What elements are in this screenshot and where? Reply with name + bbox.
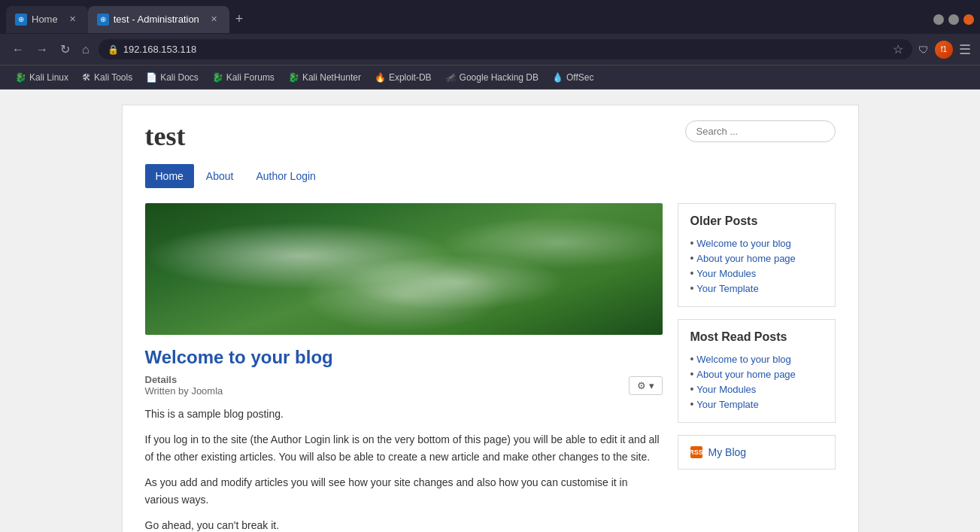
tab-favicon-home: ⊕ [15,14,27,26]
address-input[interactable] [123,44,888,55]
article-title: Welcome to your blog [145,347,663,368]
tab-bar: ⊕ Home ✕ ⊕ test - Administration ✕ + [0,0,980,34]
bookmark-google-hacking-db[interactable]: 🦟 Google Hacking DB [439,70,545,85]
most-read-link-4[interactable]: Your Template [696,399,758,410]
bookmarks-bar: 🐉 Kali Linux 🛠 Kali Tools 📄 Kali Docs 🐉 … [0,65,980,90]
list-item: Your Template [690,397,823,412]
older-posts-box: Older Posts Welcome to your blog About y… [678,203,836,307]
bookmark-kali-nethunter-label: Kali NetHunter [302,72,361,83]
most-read-link-2[interactable]: About your home page [696,369,796,380]
article-paragraph-4: Go ahead, you can't break it. [145,517,663,532]
bookmark-kali-docs[interactable]: 📄 Kali Docs [140,70,205,85]
most-read-title: Most Read Posts [690,330,823,344]
tab-close-admin[interactable]: ✕ [208,14,220,26]
older-post-link-2[interactable]: About your home page [696,253,796,264]
bookmark-kali-linux[interactable]: 🐉 Kali Linux [9,70,74,85]
older-post-link-3[interactable]: Your Modules [696,268,756,279]
blog-container: test Home About Author Login Welcom [122,105,859,532]
offsec-icon: 💧 [552,72,563,83]
bookmark-kali-docs-label: Kali Docs [160,72,199,83]
kali-linux-icon: 🐉 [15,72,26,83]
list-item: Welcome to your blog [690,236,823,251]
article-meta-left: Details Written by Joomla [145,374,223,397]
browser-right-icons: 🛡 f1 ☰ [918,41,971,59]
my-blog-box: RSS My Blog [678,435,836,470]
older-posts-list: Welcome to your blog About your home pag… [690,236,823,296]
address-input-wrap: 🔒 ☆ [99,39,912,59]
kali-nethunter-icon: 🐉 [288,72,299,83]
older-posts-title: Older Posts [690,214,823,228]
older-post-link-1[interactable]: Welcome to your blog [696,238,791,249]
rss-icon: RSS [690,446,702,458]
article-written-by: Written by Joomla [145,385,223,397]
tab-admin-label: test - Administration [114,14,199,25]
window-maximize-button[interactable] [948,14,959,25]
browser-menu-button[interactable]: ☰ [959,41,971,58]
lock-icon: 🔒 [108,44,119,55]
blog-header: test [145,120,836,152]
bookmark-kali-forums[interactable]: 🐉 Kali Forums [206,70,281,85]
older-post-link-4[interactable]: Your Template [696,283,758,294]
article-paragraph-2: If you log in to the site (the Author Lo… [145,431,663,465]
my-blog-content: RSS My Blog [690,446,823,458]
article-meta-label: Details [145,374,223,385]
main-content: Welcome to your blog Details Written by … [145,203,663,532]
window-minimize-button[interactable] [933,14,944,25]
kali-docs-icon: 📄 [146,72,157,83]
tab-close-home[interactable]: ✕ [67,14,79,26]
nav-item-author-login[interactable]: Author Login [245,164,326,188]
bookmark-star-icon[interactable]: ☆ [893,42,903,56]
forward-button[interactable]: → [33,40,51,59]
tab-favicon-admin: ⊕ [97,14,109,26]
most-read-link-1[interactable]: Welcome to your blog [696,354,791,365]
main-layout: Welcome to your blog Details Written by … [145,203,836,532]
article-meta: Details Written by Joomla ⚙ ▾ [145,374,663,397]
hero-image-inner [145,203,663,335]
list-item: Welcome to your blog [690,351,823,366]
bookmark-exploit-db[interactable]: 🔥 Exploit-DB [369,70,438,85]
window-close-button[interactable] [963,14,974,25]
bookmark-kali-nethunter[interactable]: 🐉 Kali NetHunter [282,70,367,85]
kali-forums-icon: 🐉 [212,72,223,83]
home-button[interactable]: ⌂ [79,40,93,59]
back-button[interactable]: ← [9,40,27,59]
article-body: This is a sample blog posting. If you lo… [145,406,663,532]
my-blog-link[interactable]: My Blog [708,446,747,458]
list-item: Your Template [690,281,823,296]
most-read-link-3[interactable]: Your Modules [696,384,756,395]
nav-item-home[interactable]: Home [145,164,194,188]
article-tools-button[interactable]: ⚙ ▾ [629,376,663,395]
tab-home[interactable]: ⊕ Home ✕ [6,6,88,33]
account-avatar[interactable]: f1 [935,41,953,59]
most-read-list: Welcome to your blog About your home pag… [690,351,823,412]
sidebar: Older Posts Welcome to your blog About y… [678,203,836,532]
bookmark-exploit-db-label: Exploit-DB [389,72,432,83]
kali-tools-icon: 🛠 [82,72,91,83]
list-item: Your Modules [690,382,823,397]
most-read-posts-box: Most Read Posts Welcome to your blog Abo… [678,319,836,423]
bookmark-offsec[interactable]: 💧 OffSec [546,70,599,85]
search-input[interactable] [685,120,836,142]
tab-home-label: Home [32,14,58,25]
exploit-db-icon: 🔥 [375,72,386,83]
bookmark-kali-tools-label: Kali Tools [94,72,132,83]
address-bar: ← → ↻ ⌂ 🔒 ☆ 🛡 f1 ☰ [0,34,980,65]
nav-item-about[interactable]: About [196,164,244,188]
list-item: About your home page [690,251,823,266]
window-controls [933,14,974,25]
new-tab-button[interactable]: + [229,8,250,30]
article-paragraph-1: This is a sample blog posting. [145,406,663,422]
blog-site-title: test [145,120,186,152]
shield-icon[interactable]: 🛡 [918,44,929,56]
page-content: test Home About Author Login Welcom [0,90,980,532]
tab-admin[interactable]: ⊕ test - Administration ✕ [88,6,229,33]
reload-button[interactable]: ↻ [57,39,73,59]
browser-window: ⊕ Home ✕ ⊕ test - Administration ✕ + ← →… [0,0,980,532]
hero-image [145,203,663,335]
list-item: Your Modules [690,266,823,281]
bookmark-kali-tools[interactable]: 🛠 Kali Tools [76,70,138,85]
google-hacking-db-icon: 🦟 [445,72,457,83]
blog-nav: Home About Author Login [145,164,836,188]
list-item: About your home page [690,366,823,382]
tools-dropdown-icon: ▾ [649,380,654,391]
